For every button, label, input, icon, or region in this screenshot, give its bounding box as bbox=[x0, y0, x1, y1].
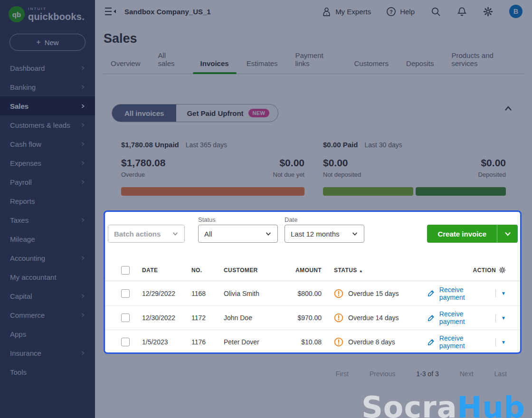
not-due-label: Not due yet bbox=[273, 171, 305, 178]
invoice-row[interactable]: 12/29/2022 1168 Olivia Smith $800.00 Ove… bbox=[105, 281, 520, 305]
pagination-range: 1-3 of 3 bbox=[416, 370, 438, 378]
watermark-part2: Hub bbox=[457, 390, 525, 418]
user-avatar[interactable]: B bbox=[509, 5, 522, 18]
tab-estimates[interactable]: Estimates bbox=[239, 59, 285, 74]
col-header-customer[interactable]: CUSTOMER bbox=[224, 267, 285, 274]
sidebar-item-label: Capital bbox=[10, 292, 32, 300]
sidebar-item-my-accountant[interactable]: My accountant bbox=[0, 267, 95, 286]
pagination-first[interactable]: First bbox=[336, 370, 349, 378]
invoice-customer: John Doe bbox=[224, 314, 285, 322]
sidebar-item-accounting[interactable]: Accounting bbox=[0, 248, 95, 267]
sidebar-item-label: Apps bbox=[10, 330, 26, 338]
tab-overview[interactable]: Overview bbox=[103, 59, 148, 74]
sidebar-item-mileage[interactable]: Mileage bbox=[0, 229, 95, 248]
invoice-date: 12/29/2022 bbox=[142, 290, 184, 297]
new-button[interactable]: + New bbox=[10, 34, 86, 51]
my-experts-button[interactable]: My Experts bbox=[322, 7, 371, 17]
select-all-checkbox[interactable] bbox=[121, 266, 130, 275]
sidebar-item-apps[interactable]: Apps bbox=[0, 324, 95, 343]
svg-text:?: ? bbox=[390, 9, 392, 14]
sidebar-item-payroll[interactable]: Payroll bbox=[0, 172, 95, 191]
status-filter-dropdown[interactable]: All bbox=[198, 225, 278, 243]
create-invoice-button[interactable]: Create invoice bbox=[427, 225, 497, 243]
date-filter-dropdown[interactable]: Last 12 months bbox=[285, 225, 364, 243]
sidebar-item-insurance[interactable]: Insurance bbox=[0, 343, 95, 362]
not-deposited-amount: $0.00 bbox=[323, 157, 348, 169]
sidebar-item-banking[interactable]: Banking bbox=[0, 77, 95, 96]
get-paid-upfront-label: Get Paid Upfront bbox=[187, 109, 243, 117]
col-header-status[interactable]: STATUS▲ bbox=[329, 267, 419, 274]
invoice-view-toggle: All invoices Get Paid Upfront NEW bbox=[112, 104, 278, 122]
sidebar-item-customers-leads[interactable]: Customers & leads bbox=[0, 115, 95, 134]
sidebar-item-label: Cash flow bbox=[10, 140, 41, 148]
tab-products-services[interactable]: Products and services bbox=[444, 51, 524, 74]
sidebar-item-tools[interactable]: Tools bbox=[0, 362, 95, 381]
table-settings-gear-icon[interactable] bbox=[499, 266, 506, 274]
chevron-right-icon bbox=[80, 218, 86, 223]
deposited-bar[interactable] bbox=[416, 187, 506, 196]
tab-payment-links[interactable]: Payment links bbox=[287, 51, 344, 74]
all-invoices-toggle[interactable]: All invoices bbox=[112, 104, 176, 122]
invoice-row[interactable]: 1/5/2023 1176 Peter Dover $10.08 Overdue… bbox=[105, 330, 520, 354]
not-deposited-bar[interactable] bbox=[323, 187, 413, 196]
tab-customers[interactable]: Customers bbox=[347, 59, 397, 74]
date-filter-value: Last 12 months bbox=[291, 230, 340, 238]
create-invoice-dropdown-button[interactable] bbox=[497, 225, 518, 243]
edit-pencil-icon[interactable] bbox=[427, 314, 435, 322]
edit-pencil-icon[interactable] bbox=[427, 289, 435, 297]
notifications-bell-icon[interactable] bbox=[457, 7, 467, 17]
quickbooks-logo[interactable]: qb INTUIT quickbooks. bbox=[0, 0, 95, 22]
pagination-next[interactable]: Next bbox=[460, 370, 474, 378]
invoice-amount: $800.00 bbox=[293, 290, 322, 297]
settings-gear-icon[interactable] bbox=[483, 7, 493, 17]
row-action-dropdown-icon[interactable]: ▼ bbox=[501, 291, 506, 296]
pagination-last[interactable]: Last bbox=[494, 370, 507, 378]
collapse-sidebar-icon[interactable] bbox=[104, 7, 117, 16]
receive-payment-link[interactable]: Receive payment bbox=[439, 310, 490, 325]
action-header-label: ACTION bbox=[473, 267, 496, 274]
row-checkbox[interactable] bbox=[121, 289, 130, 298]
collapse-panel-icon[interactable] bbox=[503, 103, 514, 114]
unpaid-amounts: $1,780.08 $0.00 bbox=[121, 157, 304, 169]
col-header-amount[interactable]: AMOUNT bbox=[293, 267, 322, 274]
chevron-down-icon bbox=[265, 230, 272, 237]
row-checkbox[interactable] bbox=[121, 338, 130, 346]
tab-deposits[interactable]: Deposits bbox=[399, 59, 441, 74]
tab-all-sales[interactable]: All sales bbox=[151, 51, 190, 74]
sidebar-item-sales[interactable]: Sales bbox=[0, 96, 95, 115]
sidebar-item-commerce[interactable]: Commerce bbox=[0, 305, 95, 324]
get-paid-upfront-toggle[interactable]: Get Paid Upfront NEW bbox=[176, 104, 278, 122]
company-name[interactable]: Sandbox Company_US_1 bbox=[124, 8, 211, 16]
batch-actions-dropdown[interactable]: Batch actions bbox=[108, 225, 185, 243]
invoice-number: 1172 bbox=[191, 314, 216, 322]
col-header-action: ACTION bbox=[427, 266, 506, 274]
sidebar-item-label: Mileage bbox=[10, 235, 35, 243]
edit-pencil-icon[interactable] bbox=[427, 338, 435, 346]
receive-payment-link[interactable]: Receive payment bbox=[439, 334, 490, 350]
row-action-dropdown-icon[interactable]: ▼ bbox=[501, 340, 506, 345]
chevron-right-icon bbox=[80, 180, 86, 185]
pagination: First Previous 1-3 of 3 Next Last bbox=[336, 370, 507, 378]
row-checkbox[interactable] bbox=[121, 314, 130, 322]
invoice-status: Overdue 15 days bbox=[348, 290, 399, 297]
row-action-dropdown-icon[interactable]: ▼ bbox=[501, 315, 506, 321]
tab-invoices[interactable]: Invoices bbox=[193, 59, 237, 74]
col-header-no[interactable]: NO. bbox=[191, 267, 216, 274]
sidebar-item-expenses[interactable]: Expenses bbox=[0, 153, 95, 172]
sidebar-item-capital[interactable]: Capital bbox=[0, 286, 95, 305]
help-button[interactable]: ? Help bbox=[386, 7, 415, 17]
sidebar-item-cash-flow[interactable]: Cash flow bbox=[0, 134, 95, 153]
col-header-date[interactable]: DATE bbox=[142, 267, 184, 274]
not-deposited-label: Not deposited bbox=[323, 171, 361, 178]
sidebar-item-taxes[interactable]: Taxes bbox=[0, 210, 95, 229]
batch-actions-label: Batch actions bbox=[114, 230, 161, 238]
invoice-row[interactable]: 12/30/2022 1172 John Doe $970.00 Overdue… bbox=[105, 305, 520, 330]
sidebar-item-dashboard[interactable]: Dashboard bbox=[0, 58, 95, 77]
search-icon[interactable] bbox=[431, 7, 441, 17]
create-invoice-group: Create invoice bbox=[427, 225, 518, 243]
sidebar-item-reports[interactable]: Reports bbox=[0, 191, 95, 210]
invoice-number: 1168 bbox=[191, 290, 216, 297]
receive-payment-link[interactable]: Receive payment bbox=[439, 286, 490, 301]
overdue-bar[interactable] bbox=[121, 187, 304, 196]
pagination-previous[interactable]: Previous bbox=[370, 370, 395, 378]
